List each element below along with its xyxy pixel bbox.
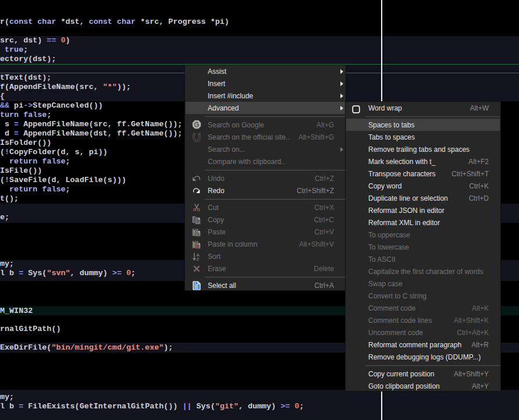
svg-text:Z: Z bbox=[197, 257, 200, 261]
